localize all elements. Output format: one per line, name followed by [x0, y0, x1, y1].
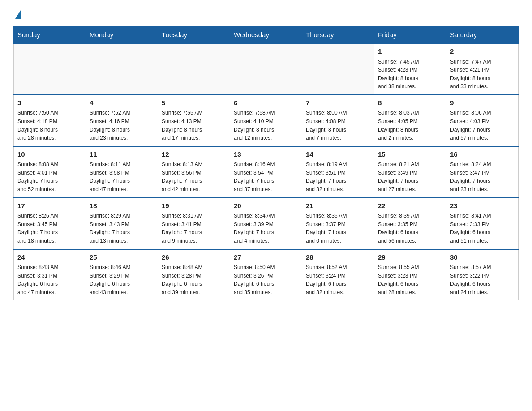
calendar-cell: 13Sunrise: 8:16 AMSunset: 3:54 PMDayligh… — [230, 146, 302, 198]
calendar-cell: 9Sunrise: 8:06 AMSunset: 4:03 PMDaylight… — [446, 95, 519, 146]
day-number: 22 — [378, 201, 442, 211]
day-number: 20 — [234, 201, 298, 211]
day-number: 29 — [378, 253, 442, 263]
day-info: Sunrise: 8:52 AMSunset: 3:24 PMDaylight:… — [306, 263, 370, 296]
day-info: Sunrise: 8:03 AMSunset: 4:05 PMDaylight:… — [378, 109, 442, 142]
day-info: Sunrise: 8:13 AMSunset: 3:56 PMDaylight:… — [162, 160, 226, 193]
calendar-cell: 19Sunrise: 8:31 AMSunset: 3:41 PMDayligh… — [158, 198, 230, 249]
day-info: Sunrise: 8:06 AMSunset: 4:03 PMDaylight:… — [450, 109, 515, 142]
calendar-cell: 16Sunrise: 8:24 AMSunset: 3:47 PMDayligh… — [446, 146, 519, 198]
day-number: 7 — [306, 98, 370, 108]
calendar-cell — [230, 43, 302, 95]
calendar-cell: 14Sunrise: 8:19 AMSunset: 3:51 PMDayligh… — [302, 146, 374, 198]
weekday-header-sunday: Sunday — [14, 26, 86, 44]
day-info: Sunrise: 8:00 AMSunset: 4:08 PMDaylight:… — [306, 109, 370, 142]
day-info: Sunrise: 8:21 AMSunset: 3:49 PMDaylight:… — [378, 160, 442, 193]
day-info: Sunrise: 8:16 AMSunset: 3:54 PMDaylight:… — [234, 160, 298, 193]
day-number: 24 — [17, 253, 82, 263]
calendar-cell: 11Sunrise: 8:11 AMSunset: 3:58 PMDayligh… — [86, 146, 158, 198]
calendar-cell — [14, 43, 86, 95]
day-number: 4 — [90, 98, 154, 108]
day-number: 9 — [450, 98, 515, 108]
calendar-cell: 2Sunrise: 7:47 AMSunset: 4:21 PMDaylight… — [446, 43, 519, 95]
day-number: 1 — [378, 47, 442, 57]
day-info: Sunrise: 8:11 AMSunset: 3:58 PMDaylight:… — [90, 160, 154, 193]
weekday-header-monday: Monday — [86, 26, 158, 44]
calendar-cell: 25Sunrise: 8:46 AMSunset: 3:29 PMDayligh… — [86, 249, 158, 300]
day-number: 27 — [234, 253, 298, 263]
week-row-2: 3Sunrise: 7:50 AMSunset: 4:18 PMDaylight… — [14, 95, 519, 146]
day-number: 16 — [450, 150, 515, 160]
day-number: 13 — [234, 150, 298, 160]
calendar-cell: 21Sunrise: 8:36 AMSunset: 3:37 PMDayligh… — [302, 198, 374, 249]
day-number: 25 — [90, 253, 154, 263]
day-info: Sunrise: 7:50 AMSunset: 4:18 PMDaylight:… — [17, 109, 82, 142]
weekday-header-friday: Friday — [374, 26, 446, 44]
day-number: 14 — [306, 150, 370, 160]
day-info: Sunrise: 8:50 AMSunset: 3:26 PMDaylight:… — [234, 263, 298, 296]
day-number: 12 — [162, 150, 226, 160]
calendar-cell: 23Sunrise: 8:41 AMSunset: 3:33 PMDayligh… — [446, 198, 519, 249]
week-row-5: 24Sunrise: 8:43 AMSunset: 3:31 PMDayligh… — [14, 249, 519, 300]
calendar-cell: 7Sunrise: 8:00 AMSunset: 4:08 PMDaylight… — [302, 95, 374, 146]
calendar-cell: 12Sunrise: 8:13 AMSunset: 3:56 PMDayligh… — [158, 146, 230, 198]
calendar-cell: 8Sunrise: 8:03 AMSunset: 4:05 PMDaylight… — [374, 95, 446, 146]
calendar-table: SundayMondayTuesdayWednesdayThursdayFrid… — [13, 26, 519, 300]
calendar-cell: 10Sunrise: 8:08 AMSunset: 4:01 PMDayligh… — [14, 146, 86, 198]
day-info: Sunrise: 7:55 AMSunset: 4:13 PMDaylight:… — [162, 109, 226, 142]
day-number: 11 — [90, 150, 154, 160]
day-info: Sunrise: 8:31 AMSunset: 3:41 PMDaylight:… — [162, 212, 226, 245]
day-info: Sunrise: 7:52 AMSunset: 4:16 PMDaylight:… — [90, 109, 154, 142]
day-number: 8 — [378, 98, 442, 108]
day-info: Sunrise: 8:43 AMSunset: 3:31 PMDaylight:… — [17, 263, 82, 296]
day-info: Sunrise: 7:58 AMSunset: 4:10 PMDaylight:… — [234, 109, 298, 142]
day-number: 18 — [90, 201, 154, 211]
calendar-cell: 17Sunrise: 8:26 AMSunset: 3:45 PMDayligh… — [14, 198, 86, 249]
day-info: Sunrise: 7:45 AMSunset: 4:23 PMDaylight:… — [378, 58, 442, 91]
weekday-header-row: SundayMondayTuesdayWednesdayThursdayFrid… — [14, 26, 519, 44]
week-row-3: 10Sunrise: 8:08 AMSunset: 4:01 PMDayligh… — [14, 146, 519, 198]
day-info: Sunrise: 8:34 AMSunset: 3:39 PMDaylight:… — [234, 212, 298, 245]
day-number: 30 — [450, 253, 515, 263]
calendar-cell — [158, 43, 230, 95]
page-header — [13, 9, 519, 19]
week-row-1: 1Sunrise: 7:45 AMSunset: 4:23 PMDaylight… — [14, 43, 519, 95]
day-number: 5 — [162, 98, 226, 108]
calendar-cell: 6Sunrise: 7:58 AMSunset: 4:10 PMDaylight… — [230, 95, 302, 146]
day-number: 28 — [306, 253, 370, 263]
calendar-cell: 29Sunrise: 8:55 AMSunset: 3:23 PMDayligh… — [374, 249, 446, 300]
day-info: Sunrise: 8:41 AMSunset: 3:33 PMDaylight:… — [450, 212, 515, 245]
calendar-cell: 18Sunrise: 8:29 AMSunset: 3:43 PMDayligh… — [86, 198, 158, 249]
calendar-cell: 27Sunrise: 8:50 AMSunset: 3:26 PMDayligh… — [230, 249, 302, 300]
calendar-cell: 3Sunrise: 7:50 AMSunset: 4:18 PMDaylight… — [14, 95, 86, 146]
day-number: 3 — [17, 98, 82, 108]
calendar-cell: 24Sunrise: 8:43 AMSunset: 3:31 PMDayligh… — [14, 249, 86, 300]
day-number: 17 — [17, 201, 82, 211]
day-number: 19 — [162, 201, 226, 211]
weekday-header-thursday: Thursday — [302, 26, 374, 44]
weekday-header-saturday: Saturday — [446, 26, 519, 44]
calendar-cell: 15Sunrise: 8:21 AMSunset: 3:49 PMDayligh… — [374, 146, 446, 198]
calendar-cell: 28Sunrise: 8:52 AMSunset: 3:24 PMDayligh… — [302, 249, 374, 300]
weekday-header-wednesday: Wednesday — [230, 26, 302, 44]
calendar-cell: 1Sunrise: 7:45 AMSunset: 4:23 PMDaylight… — [374, 43, 446, 95]
calendar-cell: 30Sunrise: 8:57 AMSunset: 3:22 PMDayligh… — [446, 249, 519, 300]
day-info: Sunrise: 8:48 AMSunset: 3:28 PMDaylight:… — [162, 263, 226, 296]
calendar-cell: 4Sunrise: 7:52 AMSunset: 4:16 PMDaylight… — [86, 95, 158, 146]
calendar-cell: 5Sunrise: 7:55 AMSunset: 4:13 PMDaylight… — [158, 95, 230, 146]
logo-triangle-icon — [15, 9, 21, 19]
day-info: Sunrise: 8:26 AMSunset: 3:45 PMDaylight:… — [17, 212, 82, 245]
day-info: Sunrise: 8:19 AMSunset: 3:51 PMDaylight:… — [306, 160, 370, 193]
day-info: Sunrise: 8:39 AMSunset: 3:35 PMDaylight:… — [378, 212, 442, 245]
day-number: 26 — [162, 253, 226, 263]
day-number: 15 — [378, 150, 442, 160]
day-info: Sunrise: 8:55 AMSunset: 3:23 PMDaylight:… — [378, 263, 442, 296]
day-info: Sunrise: 7:47 AMSunset: 4:21 PMDaylight:… — [450, 58, 515, 91]
day-info: Sunrise: 8:57 AMSunset: 3:22 PMDaylight:… — [450, 263, 515, 296]
weekday-header-tuesday: Tuesday — [158, 26, 230, 44]
week-row-4: 17Sunrise: 8:26 AMSunset: 3:45 PMDayligh… — [14, 198, 519, 249]
calendar-cell — [86, 43, 158, 95]
day-info: Sunrise: 8:29 AMSunset: 3:43 PMDaylight:… — [90, 212, 154, 245]
calendar-cell: 22Sunrise: 8:39 AMSunset: 3:35 PMDayligh… — [374, 198, 446, 249]
logo — [13, 9, 21, 19]
